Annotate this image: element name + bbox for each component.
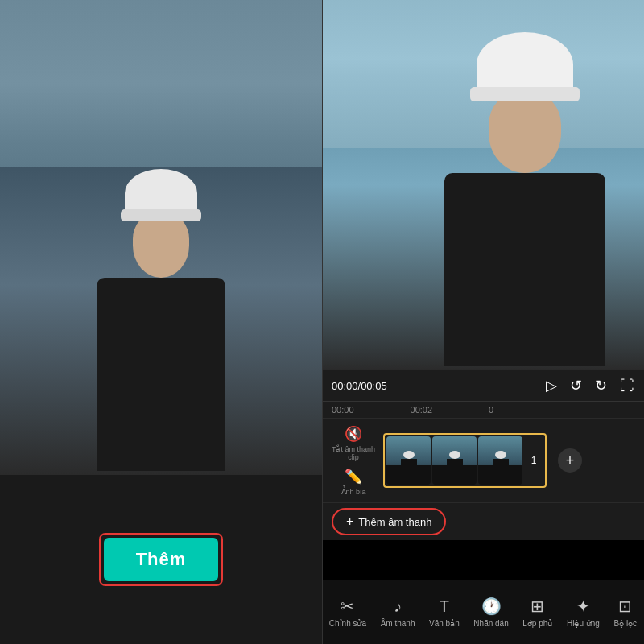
them-button[interactable]: Thêm xyxy=(104,538,219,581)
sticker-label: Nhãn dán xyxy=(473,619,508,628)
audio-track-row: + Thêm âm thanh xyxy=(322,503,644,540)
timeline-ruler: 00:00 00:02 0 xyxy=(322,402,644,419)
add-audio-label: Thêm âm thanh xyxy=(358,516,431,528)
person-silhouette-left xyxy=(80,169,242,475)
thumb-person-3 xyxy=(493,451,509,475)
timeline-mark-1: 00:00 xyxy=(332,405,354,415)
toolbar-item-text[interactable]: T Văn bản xyxy=(429,597,460,628)
bottom-toolbar: ✂ Chỉnh sửa ♪ Âm thanh T Văn bản 🕐 Nhãn … xyxy=(322,580,644,644)
audio-label: Âm thanh xyxy=(381,619,415,628)
time-display: 00:00/00:05 xyxy=(332,380,387,392)
thumb-body-2 xyxy=(447,459,463,473)
hat-right xyxy=(477,32,573,97)
left-video-bg xyxy=(0,0,322,475)
add-clip-button[interactable]: + xyxy=(558,448,582,473)
controls-bar: 00:00/00:05 ▷ ↺ ↻ ⛶ xyxy=(322,370,644,402)
hat-left xyxy=(125,169,197,217)
play-icon[interactable]: ▷ xyxy=(546,377,557,394)
left-bottom-bar: Thêm xyxy=(0,475,322,644)
toolbar-item-filter[interactable]: ⊡ Bộ lọc xyxy=(613,597,637,628)
mute-tool[interactable]: 🔇 Tắt âm thanhclip xyxy=(332,425,375,461)
add-audio-button[interactable]: + Thêm âm thanh xyxy=(332,508,446,535)
scissors-icon: ✂ xyxy=(341,597,354,616)
face-left xyxy=(133,213,189,278)
track-tools: 🔇 Tắt âm thanhclip ✏️ Ảnh bìa xyxy=(332,425,375,496)
redo-icon[interactable]: ↻ xyxy=(595,377,607,394)
thumb-hat-2 xyxy=(449,451,460,459)
control-icons: ▷ ↺ ↻ ⛶ xyxy=(546,377,634,394)
mute-icon: 🔇 xyxy=(345,425,362,443)
undo-icon[interactable]: ↺ xyxy=(570,377,582,394)
face-right xyxy=(489,93,561,173)
filter-icon: ⊡ xyxy=(618,597,632,616)
thumb-body-3 xyxy=(493,459,509,473)
body-left xyxy=(97,278,225,471)
thumb-person-2 xyxy=(447,451,463,475)
text-label: Văn bản xyxy=(429,619,460,628)
them-button-border: Thêm xyxy=(99,533,224,586)
cover-icon: ✏️ xyxy=(345,468,362,485)
effects-label: Hiệu ứng xyxy=(567,619,600,628)
thumb-hat-3 xyxy=(495,451,506,459)
overlay-label: Lớp phủ xyxy=(522,619,552,628)
person-silhouette-right xyxy=(420,32,630,370)
track-thumb-1 xyxy=(386,436,431,485)
body-right xyxy=(444,173,605,366)
track-thumb-2 xyxy=(432,436,477,485)
filter-label: Bộ lọc xyxy=(613,619,637,628)
panel-divider xyxy=(322,0,323,644)
toolbar-item-edit[interactable]: ✂ Chỉnh sửa xyxy=(329,597,366,628)
track-thumb-3 xyxy=(478,436,522,485)
overlay-icon: ⊞ xyxy=(530,597,544,616)
thumb-body-1 xyxy=(401,459,417,473)
text-icon: T xyxy=(440,597,449,616)
cover-tool[interactable]: ✏️ Ảnh bìa xyxy=(341,468,366,496)
video-track-container: 1 xyxy=(383,433,547,488)
toolbar-item-overlay[interactable]: ⊞ Lớp phủ xyxy=(522,597,552,628)
left-video-preview xyxy=(0,0,322,475)
thumb-hat-1 xyxy=(403,451,415,459)
toolbar-item-effects[interactable]: ✦ Hiệu ứng xyxy=(567,597,600,628)
toolbar-item-sticker[interactable]: 🕐 Nhãn dán xyxy=(473,597,508,628)
fullscreen-icon[interactable]: ⛶ xyxy=(620,378,634,394)
timeline-mark-2: 00:02 xyxy=(411,405,433,415)
timeline-mark-3: 0 xyxy=(489,405,493,415)
music-icon: ♪ xyxy=(394,597,402,616)
left-panel: Thêm xyxy=(0,0,322,644)
right-panel: 00:00/00:05 ▷ ↺ ↻ ⛶ 00:00 00:02 0 🔇 Tắt … xyxy=(322,0,644,644)
effects-icon: ✦ xyxy=(576,597,590,616)
right-video-bg xyxy=(322,0,644,370)
mute-label: Tắt âm thanhclip xyxy=(332,445,375,461)
thumb-person-1 xyxy=(401,451,417,475)
edit-label: Chỉnh sửa xyxy=(329,619,366,628)
track-area: 🔇 Tắt âm thanhclip ✏️ Ảnh bìa xyxy=(322,419,644,503)
toolbar-item-audio[interactable]: ♪ Âm thanh xyxy=(381,597,415,628)
sticker-icon: 🕐 xyxy=(481,597,502,616)
right-video-preview xyxy=(322,0,644,370)
add-audio-plus-icon: + xyxy=(346,514,353,529)
cover-label: Ảnh bìa xyxy=(341,488,366,496)
